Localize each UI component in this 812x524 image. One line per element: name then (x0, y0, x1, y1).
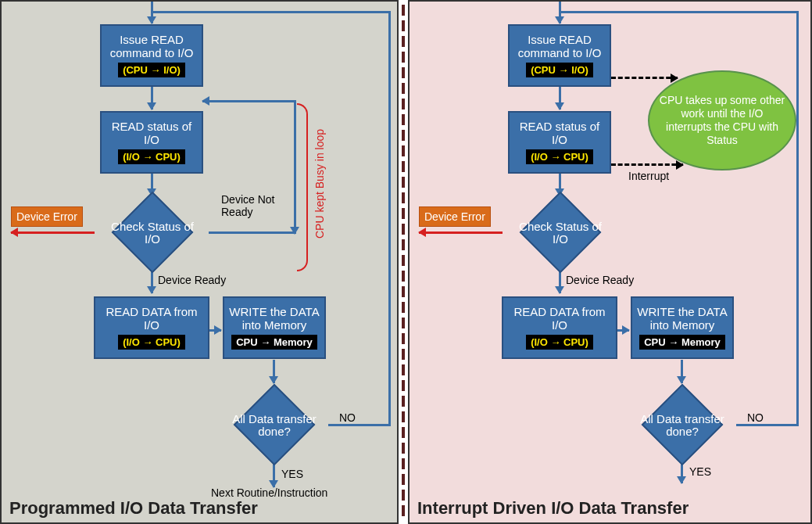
diamond-check-status (520, 192, 602, 274)
line (209, 231, 296, 234)
tag: (I/O → CPU) (526, 149, 593, 164)
box-label: Issue READ command to I/O (513, 34, 606, 59)
label-yes: YES (281, 468, 303, 480)
box-label: WRITE the DATA into Memory (227, 306, 321, 332)
line (736, 424, 799, 426)
line (202, 100, 296, 102)
tag: (I/O → CPU) (118, 149, 185, 164)
tag: (CPU → I/O) (526, 63, 593, 77)
tag: (I/O → CPU) (118, 335, 185, 350)
error-arrow (11, 231, 95, 234)
tag: CPU → Memory (231, 335, 317, 350)
arrow (681, 463, 683, 483)
box-issue-read: Issue READ command to I/O (CPU → I/O) (100, 24, 203, 87)
ellipse-cpu-other-work: CPU takes up some other work until the I… (648, 70, 796, 170)
box-read-data: READ DATA from I/O (I/O → CPU) (94, 296, 209, 359)
label-no: NO (339, 411, 356, 424)
error-arrow (419, 231, 503, 234)
line (294, 100, 296, 234)
divider (400, 0, 406, 524)
panel-title: Interrupt Driven I/O Data Transfer (417, 498, 689, 519)
arrow (151, 86, 153, 109)
box-label: Issue READ command to I/O (105, 34, 199, 59)
panel-title: Programmed I/O Data Transfer (9, 498, 258, 519)
box-label: READ status of I/O (513, 120, 606, 146)
box-write-data: WRITE the DATA into Memory CPU → Memory (223, 296, 326, 359)
box-read-status: READ status of I/O (I/O → CPU) (508, 111, 611, 174)
device-error-label: Device Error (11, 206, 83, 227)
label-ready: Device Ready (566, 274, 634, 286)
arrow (209, 329, 221, 332)
panel-programmed-io: Device Error CPU kept Busy in loop Issue… (0, 0, 399, 524)
tag: (I/O → CPU) (526, 335, 593, 350)
panel-interrupt-io: Interrupt Device Error CPU takes up some… (408, 0, 812, 524)
label-not-ready: Device Not Ready (221, 193, 284, 218)
brace (297, 103, 308, 271)
device-error-label: Device Error (419, 206, 491, 227)
box-issue-read: Issue READ command to I/O (CPU → I/O) (508, 24, 611, 87)
label-interrupt: Interrupt (628, 170, 669, 182)
box-label: READ DATA from I/O (98, 306, 205, 332)
arrow (617, 329, 629, 332)
arrow (273, 464, 275, 487)
box-label: READ status of I/O (105, 120, 199, 146)
line (328, 424, 391, 426)
dashed-arrow (611, 163, 683, 166)
dashed-arrow (611, 77, 678, 79)
arrow (273, 360, 275, 383)
line (152, 11, 391, 13)
line (796, 11, 799, 426)
box-read-status: READ status of I/O (I/O → CPU) (100, 111, 203, 174)
diamond-all-done (642, 384, 724, 466)
arrow (559, 86, 561, 109)
line (388, 11, 391, 426)
diamond-check-status (112, 192, 194, 274)
label-no: NO (747, 411, 764, 424)
tag: CPU → Memory (639, 335, 725, 350)
box-write-data: WRITE the DATA into Memory CPU → Memory (631, 296, 734, 359)
label-next: Next Routine/Instruction (211, 486, 327, 499)
diamond-all-done (234, 384, 316, 466)
arrow (681, 360, 683, 383)
label-ready: Device Ready (158, 274, 226, 286)
arrow (202, 100, 210, 102)
box-label: READ DATA from I/O (506, 306, 613, 332)
tag: (CPU → I/O) (118, 63, 185, 77)
line (560, 11, 799, 13)
brace-label: CPU kept Busy in loop (313, 129, 326, 239)
label-yes: YES (689, 465, 711, 478)
box-label: WRITE the DATA into Memory (635, 306, 729, 332)
box-read-data: READ DATA from I/O (I/O → CPU) (502, 296, 617, 359)
